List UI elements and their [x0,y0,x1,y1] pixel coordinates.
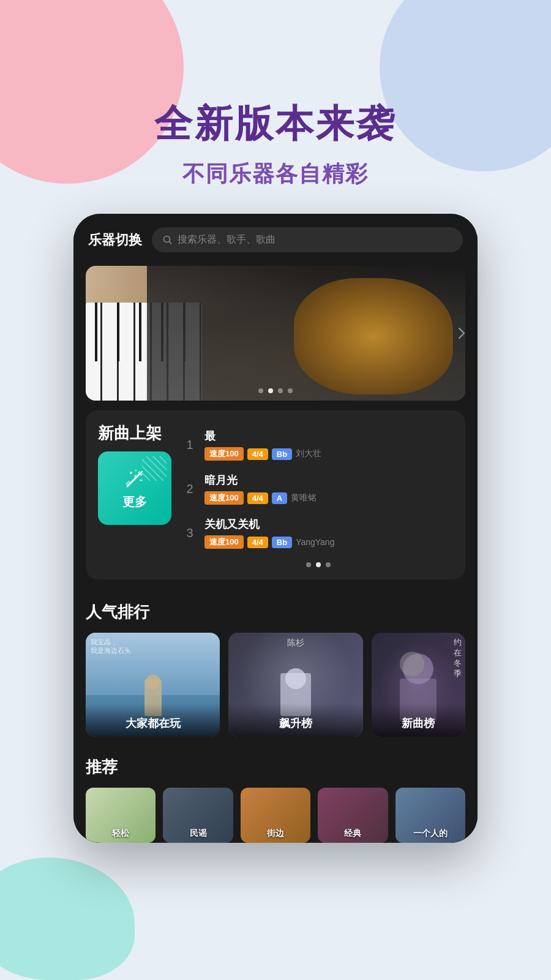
carousel-dot-1[interactable] [306,562,311,567]
popular-card-label-1: 大家都在玩 [86,704,220,737]
new-songs-title: 新曲上架 [98,423,171,444]
banner-image[interactable] [86,266,465,401]
more-button[interactable]: 更多 [98,451,171,525]
tag-key-2: A [272,492,287,504]
popular-card-3[interactable]: 约在冬季 新曲榜 [372,633,465,737]
tag-beat-1: 4/4 [247,448,268,460]
hero-title: 全新版本来袭 [0,98,551,149]
dot-4[interactable] [288,388,293,393]
tag-beat-2: 4/4 [247,492,268,504]
song-info-3: 关机又关机 速度100 4/4 Bb YangYang [204,517,453,549]
song-rank-1: 1 [184,438,196,452]
songs-list: 1 最 速度100 4/4 Bb 刘大壮 [184,423,453,567]
banner-section [73,263,478,410]
phone-container: 乐器切换 搜索乐器、歌手、歌曲 [0,214,551,843]
song-name-1: 最 [204,429,453,443]
recommend-card-2[interactable]: 民谣 [163,788,233,843]
song-tags-2: 速度100 4/4 A 黄唯铭 [204,491,453,505]
tag-key-1: Bb [272,448,292,460]
dot-1[interactable] [258,388,263,393]
recommend-title: 推荐 [86,756,465,778]
recommend-card-label-5: 一个人的 [395,828,465,839]
search-bar[interactable]: 搜索乐器、歌手、歌曲 [152,227,463,252]
guitar-body [294,278,453,394]
song-item-2[interactable]: 2 暗月光 速度100 4/4 A 黄唯铭 [184,467,453,511]
song-name-3: 关机又关机 [204,517,453,532]
popular-grid: 我宝晶，我是海边石头 大家都在玩 陈杉 飙 [86,633,465,737]
recommend-card-label-3: 街边 [241,828,310,839]
song-author-1: 刘大壮 [296,448,321,459]
banner-dots [258,388,293,393]
tag-speed-1: 速度100 [204,447,244,461]
popular-card-1[interactable]: 我宝晶，我是海边石头 大家都在玩 [86,633,220,737]
new-songs-section: 新曲上架 更多 [86,410,465,579]
card3-text: 约在冬季 [454,638,462,679]
carousel-dot-2[interactable] [316,562,321,567]
recommend-card-label-2: 民谣 [163,828,233,839]
song-tags-3: 速度100 4/4 Bb YangYang [204,535,453,549]
popular-title: 人气排行 [86,601,465,623]
recommend-card-5[interactable]: 一个人的 [395,788,465,843]
recommend-grid: 轻松 民谣 街边 经典 一个人的 [86,788,465,843]
song-item-3[interactable]: 3 关机又关机 速度100 4/4 Bb YangYang [184,511,453,555]
song-rank-3: 3 [184,526,196,540]
more-btn-label: 更多 [122,494,147,510]
popular-card-label-2: 飙升榜 [228,704,362,737]
instrument-switch-label[interactable]: 乐器切换 [88,231,142,249]
search-icon [163,235,173,245]
recommend-card-4[interactable]: 经典 [318,788,388,843]
song-info-1: 最 速度100 4/4 Bb 刘大壮 [204,429,453,461]
tag-beat-3: 4/4 [247,537,268,548]
bg-blob-teal [0,858,135,980]
song-name-2: 暗月光 [204,473,453,488]
song-author-3: YangYang [296,537,334,547]
phone-header: 乐器切换 搜索乐器、歌手、歌曲 [73,214,478,263]
recommend-card-3[interactable]: 街边 [241,788,310,843]
recommend-card-label-4: 经典 [318,828,388,839]
search-placeholder: 搜索乐器、歌手、歌曲 [178,233,276,246]
recommend-section: 推荐 轻松 民谣 街边 经典 一个人的 [73,747,478,843]
song-info-2: 暗月光 速度100 4/4 A 黄唯铭 [204,473,453,505]
carousel-dot-3[interactable] [326,562,331,567]
svg-line-1 [170,241,172,244]
recommend-card-1[interactable]: 轻松 [86,788,156,843]
svg-point-4 [135,469,137,471]
hero-subtitle: 不同乐器各自精彩 [0,159,551,189]
popular-section: 人气排行 我宝晶，我是海边石头 大家都在玩 [73,592,478,737]
svg-point-2 [130,472,132,474]
popular-card-2[interactable]: 陈杉 飙升榜 [228,633,362,737]
banner-arrow[interactable] [453,315,465,352]
song-rank-2: 2 [184,482,196,496]
new-songs-carousel-dots [184,562,453,567]
song-author-2: 黄唯铭 [291,492,317,503]
dot-3[interactable] [278,388,283,393]
hero-section: 全新版本来袭 不同乐器各自精彩 [0,0,551,214]
tag-speed-2: 速度100 [204,491,244,505]
dot-2[interactable] [268,388,273,393]
recommend-card-label-1: 轻松 [86,828,156,839]
new-songs-header: 新曲上架 更多 [98,423,453,567]
phone-mockup: 乐器切换 搜索乐器、歌手、歌曲 [73,214,478,843]
guitar-player-image [86,266,465,401]
tag-speed-3: 速度100 [204,535,244,549]
card1-text: 我宝晶，我是海边石头 [91,638,131,655]
card2-text: 陈杉 [228,638,362,649]
more-btn-pattern [142,456,167,481]
popular-card-label-3: 新曲榜 [372,704,465,737]
song-tags-1: 速度100 4/4 Bb 刘大壮 [204,447,453,461]
song-item-1[interactable]: 1 最 速度100 4/4 Bb 刘大壮 [184,423,453,467]
tag-key-3: Bb [272,537,292,548]
